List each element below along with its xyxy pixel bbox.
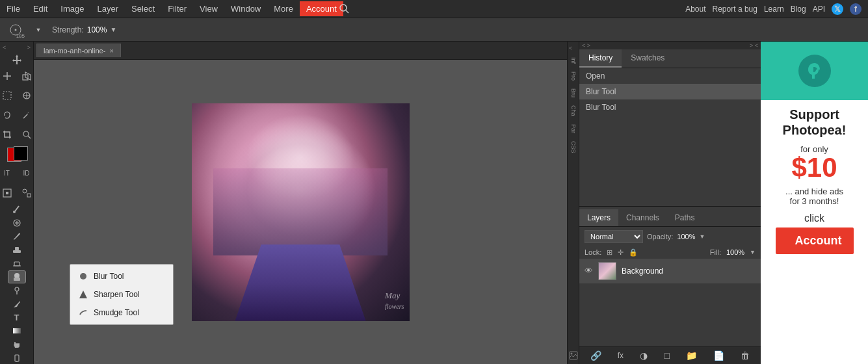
tab-swatches[interactable]: Swatches [622, 49, 674, 68]
tab-layers[interactable]: Layers [579, 209, 618, 226]
link-layers-icon[interactable]: 🔗 [590, 350, 601, 361]
menu-select[interactable]: Select [125, 1, 161, 16]
fx-icon[interactable]: fx [618, 351, 624, 360]
tool-dodge[interactable] [8, 285, 26, 297]
menu-more[interactable]: More [267, 1, 300, 16]
tool-blur[interactable] [8, 270, 26, 283]
sidebar-collapse-left[interactable]: < [3, 44, 6, 51]
tool-pen[interactable] [8, 298, 26, 310]
adjustment-icon[interactable]: ◑ [640, 350, 648, 361]
blog-link[interactable]: Blog [791, 5, 806, 14]
ctx-smudge-tool[interactable]: Smudge Tool [70, 304, 173, 322]
tool-heal[interactable] [8, 216, 26, 229]
canvas-image: Mayflowers [192, 103, 410, 321]
color-selector[interactable] [5, 148, 29, 161]
lock-pixels-icon[interactable]: ⊞ [607, 248, 612, 257]
brush-dropdown[interactable]: ▼ [31, 23, 46, 37]
ad-body: Support Photopea! for only $10 ... and h… [769, 100, 860, 364]
tool-pipette-small[interactable] [8, 352, 26, 364]
layer-item-background[interactable]: 👁 Background [579, 259, 761, 283]
tool-lasso[interactable] [0, 106, 16, 124]
tool-shapes[interactable] [18, 184, 36, 202]
tab-paths[interactable]: Paths [667, 209, 703, 226]
strength-dropdown[interactable]: ▼ [110, 26, 116, 33]
mini-collapse-left[interactable]: < [569, 45, 572, 51]
tool-gradient[interactable] [8, 325, 26, 337]
svg-point-20 [23, 189, 27, 193]
background-color[interactable] [14, 146, 28, 161]
tool-magic-wand[interactable] [18, 106, 36, 124]
about-link[interactable]: About [685, 5, 705, 14]
svg-rect-9 [3, 92, 11, 99]
menu-filter[interactable]: Filter [161, 1, 193, 16]
ctx-sharpen-tool[interactable]: Sharpen Tool [70, 285, 173, 304]
lock-all-icon[interactable]: 🔒 [629, 248, 638, 257]
tool-id[interactable]: ID [18, 164, 36, 183]
tool-pan[interactable] [18, 86, 36, 105]
mini-css[interactable]: CSS [570, 138, 577, 156]
document-tab[interactable]: lam-mo-anh-online- × [36, 44, 121, 57]
canvas-content[interactable]: Mayflowers Blur Tool Sharpen Tool [34, 60, 567, 364]
tool-crop[interactable] [0, 125, 16, 144]
panel-expand-arrow[interactable]: > < [750, 42, 758, 49]
blend-mode-select[interactable]: Normal [585, 230, 643, 243]
mini-cha[interactable]: Cha [570, 103, 577, 119]
tab-close-button[interactable]: × [109, 47, 113, 55]
group-icon[interactable]: 📁 [686, 350, 697, 361]
strength-value: 100% [87, 25, 107, 34]
tool-zoom[interactable] [18, 125, 36, 144]
ad-panel: Support Photopea! for only $10 ... and h… [761, 42, 868, 364]
ad-account-button[interactable]: Account [776, 228, 854, 254]
mini-bru[interactable]: Bru [570, 86, 577, 100]
tool-brush[interactable] [8, 230, 26, 242]
tool-type[interactable]: T [8, 311, 26, 324]
menu-edit[interactable]: Edit [27, 1, 54, 16]
context-menu: Blur Tool Sharpen Tool Smudge Tool [70, 264, 174, 325]
menu-layer[interactable]: Layer [91, 1, 125, 16]
tab-channels[interactable]: Channels [618, 209, 667, 226]
layer-visibility-toggle[interactable]: 👁 [585, 266, 593, 276]
tool-hand[interactable] [8, 339, 26, 351]
mask-icon[interactable]: □ [664, 350, 669, 361]
history-blur1[interactable]: Blur Tool [579, 84, 761, 99]
tool-new[interactable] [0, 67, 16, 85]
api-link[interactable]: API [813, 5, 825, 14]
mini-par[interactable]: Par [570, 122, 577, 136]
mini-pro[interactable]: Pro [570, 69, 577, 83]
tool-move2[interactable] [18, 67, 36, 85]
search-icon[interactable] [338, 3, 351, 16]
fill-dropdown[interactable]: ▼ [750, 249, 756, 255]
learn-link[interactable]: Learn [764, 5, 784, 14]
opacity-value: 100% [677, 233, 695, 240]
mini-info[interactable]: Inf [570, 55, 577, 66]
delete-layer-icon[interactable]: 🗑 [741, 350, 750, 361]
menu-account[interactable]: Account [300, 1, 343, 16]
new-layer-icon[interactable]: 📄 [713, 350, 724, 361]
tool-eyedropper[interactable] [8, 203, 26, 216]
tool-path[interactable] [0, 184, 16, 202]
blend-row: Normal Opacity: 100% ▼ [579, 227, 761, 246]
svg-point-22 [13, 211, 16, 213]
history-open[interactable]: Open [579, 68, 761, 84]
panel-collapse-arrow[interactable]: < > [582, 42, 590, 49]
history-blur2[interactable]: Blur Tool [579, 99, 761, 115]
ctx-blur-tool[interactable]: Blur Tool [70, 267, 173, 285]
tool-it[interactable]: IT [0, 164, 16, 183]
main-area: < > [0, 42, 868, 364]
svg-line-14 [27, 112, 29, 114]
menu-window[interactable]: Window [224, 1, 267, 16]
sidebar-collapse-right[interactable]: > [27, 44, 31, 51]
menu-file[interactable]: File [0, 1, 27, 16]
twitter-icon[interactable]: 𝕏 [832, 3, 843, 15]
opacity-dropdown[interactable]: ▼ [700, 233, 705, 240]
menu-image[interactable]: Image [54, 1, 90, 16]
report-bug-link[interactable]: Report a bug [713, 5, 757, 14]
lock-position-icon[interactable]: ✛ [618, 248, 624, 257]
menu-view[interactable]: View [193, 1, 224, 16]
tool-rect-select[interactable] [0, 86, 16, 105]
tool-stamp[interactable] [8, 244, 26, 256]
facebook-icon[interactable]: f [850, 3, 861, 15]
tool-eraser[interactable] [8, 257, 26, 270]
tab-history[interactable]: History [579, 49, 622, 68]
tool-move[interactable] [8, 53, 26, 66]
